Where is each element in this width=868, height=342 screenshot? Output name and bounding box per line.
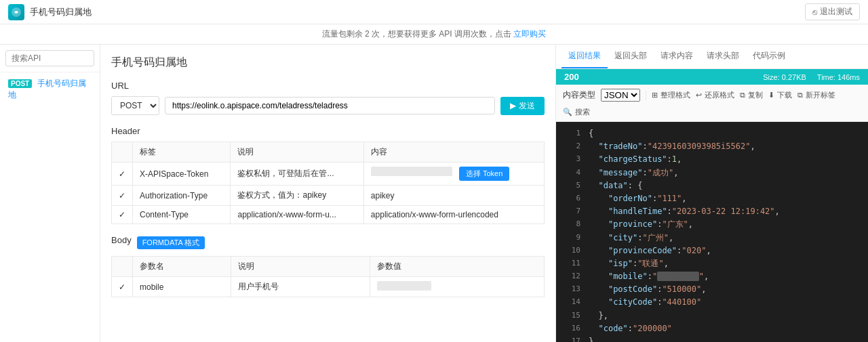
row-tag: Authorization-Type bbox=[133, 186, 231, 206]
toolbar-divider bbox=[646, 91, 646, 100]
table-row: ✓ mobile 用户手机号 bbox=[112, 277, 545, 297]
format-icon: ⊞ bbox=[652, 91, 658, 100]
search-btn[interactable]: 🔍 搜索 bbox=[563, 107, 590, 117]
row-content: 选择 Token bbox=[363, 163, 544, 186]
url-row: POST GET ▶ 发送 bbox=[111, 96, 545, 115]
copy-icon: ⧉ bbox=[740, 91, 745, 100]
header-table: 标签 说明 内容 ✓ X-APISpace-Token 鉴权私钥，可登陆后在管.… bbox=[111, 142, 545, 224]
time-label: Time: 146ms bbox=[817, 73, 860, 81]
body-row-desc: 用户手机号 bbox=[231, 277, 370, 297]
content-type-label: 内容类型 bbox=[563, 89, 595, 101]
json-line: 8 "province": "广东", bbox=[556, 218, 868, 231]
header-check-col bbox=[112, 142, 133, 163]
body-section-label: Body bbox=[111, 235, 132, 245]
json-line: 13 "postCode": "510000", bbox=[556, 283, 868, 296]
json-line: 16 "code": "200000" bbox=[556, 322, 868, 335]
send-button[interactable]: ▶ 发送 bbox=[500, 97, 545, 115]
json-line: 6 "orderNo": "111", bbox=[556, 192, 868, 205]
json-line: 2 "tradeNo": "42391603093985i5562", bbox=[556, 140, 868, 153]
right-panel: 返回结果 返回头部 请求内容 请求头部 代码示例 200 Size: 0.27K… bbox=[556, 45, 868, 342]
new-tab-btn[interactable]: ⧉ 新开标签 bbox=[797, 90, 835, 100]
body-table: 参数名 说明 参数值 ✓ mobile 用户手机号 bbox=[111, 256, 545, 297]
sidebar: POST 手机号码归属地 bbox=[0, 45, 100, 342]
status-meta: Size: 0.27KB Time: 146ms bbox=[763, 73, 860, 81]
row-check: ✓ bbox=[112, 186, 133, 206]
json-viewer: 1{ 2 "tradeNo": "42391603093985i5562", 3… bbox=[556, 122, 868, 342]
row-check: ✓ bbox=[112, 206, 133, 224]
row-content: application/x-www-form-urlencoded bbox=[363, 206, 544, 224]
content-type-select[interactable]: JSON Text bbox=[601, 89, 640, 102]
json-line: 5 "data": { bbox=[556, 179, 868, 192]
json-line: 10 "provinceCode": "020", bbox=[556, 244, 868, 257]
notice-bar: 流量包剩余 2 次，想要获得更多 API 调用次数，点击 立即购买 bbox=[0, 24, 868, 45]
row-desc: application/x-www-form-u... bbox=[231, 206, 363, 224]
json-line: 3 "chargeStatus": 1, bbox=[556, 153, 868, 166]
left-panel: 手机号码归属地 URL POST GET ▶ 发送 Header bbox=[100, 45, 556, 342]
json-line: 1{ bbox=[556, 127, 868, 140]
json-line: 7 "handleTime": "2023-03-22 12:19:42", bbox=[556, 205, 868, 218]
header-tag-col: 标签 bbox=[133, 142, 231, 163]
body-row-value bbox=[370, 277, 545, 297]
content-toolbar: 内容类型 JSON Text ⊞ 整理格式 ↩ 还原格式 ⧉ 复制 bbox=[556, 85, 868, 122]
sidebar-item-phone[interactable]: POST 手机号码归属地 bbox=[0, 72, 100, 106]
buy-link[interactable]: 立即购买 bbox=[513, 29, 546, 39]
top-bar: 手机号码归属地 ⎋ 退出测试 bbox=[0, 0, 868, 24]
search-box bbox=[0, 45, 100, 72]
download-icon: ⬇ bbox=[768, 91, 774, 100]
tab-request-header[interactable]: 请求头部 bbox=[700, 45, 746, 68]
app-title: 手机号码归属地 bbox=[30, 6, 92, 18]
main-layout: POST 手机号码归属地 手机号码归属地 URL POST GET ▶ 发送 bbox=[0, 45, 868, 342]
tab-return-result[interactable]: 返回结果 bbox=[561, 45, 608, 68]
panel-title: 手机号码归属地 bbox=[111, 56, 545, 70]
json-line: 4 "message": "成功", bbox=[556, 167, 868, 179]
table-row: ✓ Content-Type application/x-www-form-u.… bbox=[112, 206, 545, 224]
json-line: 15 }, bbox=[556, 309, 868, 322]
tab-return-header[interactable]: 返回头部 bbox=[608, 45, 654, 68]
logout-icon: ⎋ bbox=[812, 7, 817, 17]
status-code: 200 bbox=[564, 72, 579, 82]
header-desc-col: 说明 bbox=[231, 142, 363, 163]
body-check-col bbox=[112, 257, 133, 277]
status-bar: 200 Size: 0.27KB Time: 146ms bbox=[556, 69, 868, 85]
url-section-label: URL bbox=[111, 81, 545, 91]
row-desc: 鉴权方式，值为：apikey bbox=[231, 186, 363, 206]
download-btn[interactable]: ⬇ 下载 bbox=[768, 90, 792, 100]
body-name-col: 参数名 bbox=[133, 257, 231, 277]
restore-icon: ↩ bbox=[696, 91, 702, 100]
url-input[interactable] bbox=[165, 97, 495, 114]
header-content-col: 内容 bbox=[363, 142, 544, 163]
body-value-col: 参数值 bbox=[370, 257, 545, 277]
send-icon: ▶ bbox=[510, 101, 516, 110]
table-row: ✓ X-APISpace-Token 鉴权私钥，可登陆后在管... 选择 Tok… bbox=[112, 163, 545, 186]
json-line: 12 "mobile": "xxx", bbox=[556, 270, 868, 283]
new-tab-icon: ⧉ bbox=[797, 91, 803, 100]
tab-request-content[interactable]: 请求内容 bbox=[654, 45, 700, 68]
restore-btn[interactable]: ↩ 还原格式 bbox=[696, 90, 734, 100]
row-tag: Content-Type bbox=[133, 206, 231, 224]
size-label: Size: 0.27KB bbox=[763, 73, 806, 81]
row-check: ✓ bbox=[112, 163, 133, 186]
format-btn[interactable]: ⊞ 整理格式 bbox=[652, 90, 690, 100]
method-select[interactable]: POST GET bbox=[111, 96, 159, 115]
token-button[interactable]: 选择 Token bbox=[459, 167, 509, 181]
row-content: apikey bbox=[363, 186, 544, 206]
json-line: 11 "isp": "联通", bbox=[556, 257, 868, 270]
app-icon bbox=[8, 4, 24, 20]
copy-btn[interactable]: ⧉ 复制 bbox=[740, 90, 763, 100]
search-input[interactable] bbox=[5, 50, 94, 66]
logout-button[interactable]: ⎋ 退出测试 bbox=[805, 3, 860, 20]
row-desc: 鉴权私钥，可登陆后在管... bbox=[231, 163, 363, 186]
table-row: ✓ Authorization-Type 鉴权方式，值为：apikey apik… bbox=[112, 186, 545, 206]
body-row-name: mobile bbox=[133, 277, 231, 297]
post-method-badge: POST bbox=[8, 79, 32, 88]
header-section-label: Header bbox=[111, 126, 545, 136]
json-line: 17} bbox=[556, 335, 868, 342]
top-bar-left: 手机号码归属地 bbox=[8, 4, 92, 20]
body-row-check: ✓ bbox=[112, 277, 133, 297]
tab-code-example[interactable]: 代码示例 bbox=[746, 45, 792, 68]
row-tag: X-APISpace-Token bbox=[133, 163, 231, 186]
formdata-badge: FORMDATA 格式 bbox=[137, 236, 205, 249]
body-section-header: Body FORMDATA 格式 bbox=[111, 235, 545, 251]
response-tabs: 返回结果 返回头部 请求内容 请求头部 代码示例 bbox=[556, 45, 868, 69]
top-bar-right: ⎋ 退出测试 bbox=[805, 3, 860, 20]
